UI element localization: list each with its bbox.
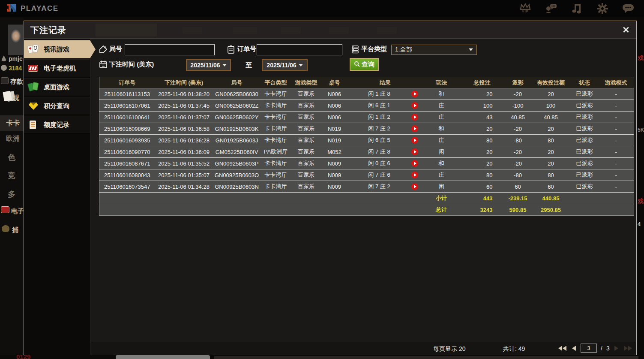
page-number-input[interactable] bbox=[581, 344, 597, 353]
play-video-icon[interactable] bbox=[411, 114, 418, 121]
subtotal-label: 小计 bbox=[423, 193, 460, 204]
total-count-label: 共计: 49 bbox=[503, 345, 525, 353]
play-video-icon[interactable] bbox=[411, 102, 418, 109]
play-video-icon[interactable] bbox=[411, 160, 418, 167]
game-type-cell: 百家乐 bbox=[291, 112, 322, 123]
close-icon[interactable] bbox=[622, 25, 630, 34]
first-page-button[interactable] bbox=[557, 345, 567, 352]
total-label: 总计 bbox=[423, 204, 460, 216]
empty-cell bbox=[347, 193, 423, 204]
order-number-cell: 251106016107061 bbox=[99, 100, 155, 112]
total-bet-cell: 20 bbox=[460, 123, 505, 135]
prev-page-button[interactable] bbox=[571, 345, 577, 352]
payout-cell: -20 bbox=[505, 123, 531, 135]
status-cell: 已派彩 bbox=[571, 112, 599, 123]
platform-cell: PA欧洲厅 bbox=[261, 146, 291, 158]
date-from-picker[interactable]: 2025/11/06 bbox=[186, 59, 231, 71]
payout-cell: -100 bbox=[505, 100, 531, 112]
music-icon[interactable] bbox=[569, 2, 584, 15]
valid-bet-cell: 60 bbox=[531, 181, 571, 193]
table-row: 2511060160939352025-11-06 01:36:28GN0192… bbox=[99, 135, 634, 146]
user-icon bbox=[1, 55, 7, 61]
modal-content: 局号 订单号 平台类型 1.全部 下注时 bbox=[90, 39, 636, 355]
round-number-cell: GN01925B0603J bbox=[213, 135, 261, 146]
order-number-cell: 251106016080043 bbox=[99, 169, 155, 181]
category-europe: 欧洲 bbox=[6, 134, 20, 143]
play-video-icon[interactable] bbox=[411, 125, 418, 132]
bet-time-cell: 2025-11-06 01:36:09 bbox=[155, 146, 213, 158]
round-number-cell: GN00625B0602Y bbox=[213, 112, 261, 123]
table-row: 2511060160986692025-11-06 01:36:58GN0192… bbox=[99, 123, 634, 135]
sidebar-item-3[interactable]: 积分查询 bbox=[24, 97, 90, 115]
result-text: 闲 7 庄 8 bbox=[347, 148, 411, 156]
modal-sidebar: 视讯游戏电子老虎机桌面游戏积分查询额度记录 bbox=[24, 39, 90, 355]
order-number-cell: 251106016073547 bbox=[99, 181, 155, 193]
bet-time-cell: 2025-11-06 01:36:28 bbox=[155, 135, 213, 146]
order-input[interactable] bbox=[257, 44, 342, 55]
column-header: 订单号 bbox=[99, 77, 155, 88]
table-number-cell: N009 bbox=[322, 158, 347, 169]
platform-cell: 卡卡湾厅 bbox=[261, 158, 291, 169]
status-cell: 已派彩 bbox=[571, 181, 599, 193]
game-mode-cell: - bbox=[599, 169, 634, 181]
right-fragment-4: 4 bbox=[638, 221, 641, 227]
total-payout: 590.85 bbox=[505, 204, 531, 216]
next-page-button[interactable] bbox=[614, 345, 619, 352]
round-input[interactable] bbox=[125, 44, 215, 55]
query-button-label: 查询 bbox=[362, 60, 374, 69]
deposit-icon bbox=[1, 77, 9, 84]
result-text: 闲 1 庄 8 bbox=[347, 90, 411, 98]
video-label: 视 bbox=[13, 94, 19, 102]
deposit-label: 存款 bbox=[10, 78, 23, 86]
vip-icon[interactable]: VIP bbox=[518, 2, 533, 15]
round-label: 局号 bbox=[109, 45, 122, 53]
column-header: 总投注 bbox=[460, 77, 505, 88]
round-number-cell: GN00625B06030 bbox=[213, 88, 261, 100]
platform-select[interactable]: 1.全部 bbox=[391, 45, 477, 55]
order-number-cell: 251106016090770 bbox=[99, 146, 155, 158]
query-button[interactable]: 查询 bbox=[350, 58, 379, 71]
play-video-icon[interactable] bbox=[411, 137, 418, 144]
order-number-cell: 251106016113153 bbox=[99, 88, 155, 100]
table-row: 2511060161070612025-11-06 01:37:45GN0062… bbox=[99, 100, 634, 112]
status-cell: 已派彩 bbox=[571, 169, 599, 181]
play-video-icon[interactable] bbox=[411, 183, 418, 190]
column-header: 状态 bbox=[571, 77, 599, 88]
platform-cell: 卡卡湾厅 bbox=[261, 123, 291, 135]
date-to-picker[interactable]: 2025/11/06 bbox=[262, 59, 308, 71]
messages-icon[interactable] bbox=[621, 2, 635, 15]
game-type-cell: 百家乐 bbox=[291, 181, 322, 193]
play-video-icon[interactable] bbox=[411, 91, 418, 97]
sidebar-item-2[interactable]: 桌面游戏 bbox=[24, 78, 90, 96]
play-video-icon[interactable] bbox=[411, 148, 418, 155]
right-fragment-1: 戏 bbox=[638, 54, 644, 62]
game-mode-cell: - bbox=[599, 181, 634, 193]
table-number-cell: N006 bbox=[322, 88, 347, 100]
total-bet-cell: 80 bbox=[460, 135, 505, 146]
ghost-tab bbox=[377, 27, 397, 34]
sidebar-item-4[interactable]: 额度记录 bbox=[24, 116, 90, 134]
category-se: 色 bbox=[8, 152, 15, 163]
bet-time-cell: 2025-11-06 01:34:28 bbox=[155, 181, 213, 193]
status-cell: 已派彩 bbox=[571, 88, 599, 100]
play-type-cell: 和 bbox=[423, 123, 460, 135]
table-header-row: 订单号下注时间 (美东)局号平台类型游戏类型桌号结果玩法总投注派彩有效投注额状态… bbox=[99, 77, 634, 88]
support-chat-icon[interactable] bbox=[544, 2, 558, 15]
result-text: 闲 0 庄 6 bbox=[347, 160, 411, 167]
bet-records-table: 订单号下注时间 (美东)局号平台类型游戏类型桌号结果玩法总投注派彩有效投注额状态… bbox=[99, 77, 634, 216]
last-page-button[interactable] bbox=[623, 345, 633, 352]
table-number-cell: N009 bbox=[322, 169, 347, 181]
screen: PlayAce VIP bbox=[0, 0, 644, 359]
round-number-cell: GN00925B0603O bbox=[213, 169, 261, 181]
sidebar-item-1[interactable]: 电子老虎机 bbox=[24, 59, 90, 77]
total-bet: 3243 bbox=[460, 204, 505, 216]
order-number-cell: 251106016100641 bbox=[99, 112, 155, 123]
settings-gear-icon[interactable] bbox=[595, 2, 610, 15]
sidebar-item-0[interactable]: 视讯游戏 bbox=[24, 40, 90, 58]
empty-cell bbox=[261, 193, 291, 204]
username: pmjc bbox=[9, 55, 23, 62]
play-video-icon[interactable] bbox=[411, 172, 418, 178]
subtotal-bet: 443 bbox=[460, 193, 505, 204]
game-type-cell: 百家乐 bbox=[291, 123, 322, 135]
total-bet-cell: 20 bbox=[460, 146, 505, 158]
